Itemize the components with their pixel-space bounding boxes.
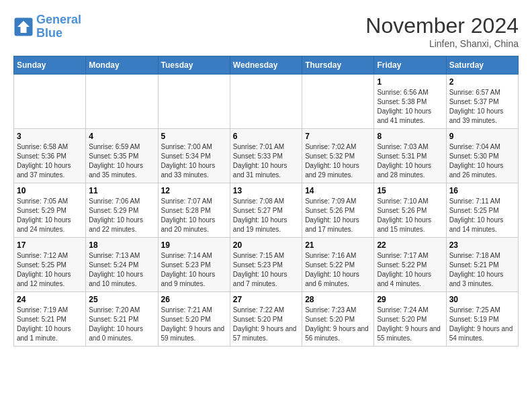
day-info: Sunrise: 7:04 AM Sunset: 5:30 PM Dayligh… [449, 142, 515, 180]
day-number: 5 [161, 132, 227, 141]
day-cell: 21Sunrise: 7:16 AM Sunset: 5:22 PM Dayli… [302, 238, 374, 292]
day-number: 29 [377, 295, 443, 304]
day-info: Sunrise: 7:20 AM Sunset: 5:21 PM Dayligh… [89, 306, 154, 343]
day-cell: 10Sunrise: 7:05 AM Sunset: 5:29 PM Dayli… [14, 183, 86, 238]
day-number: 28 [305, 295, 371, 304]
day-info: Sunrise: 7:02 AM Sunset: 5:32 PM Dayligh… [305, 142, 371, 180]
day-info: Sunrise: 7:08 AM Sunset: 5:27 PM Dayligh… [233, 197, 299, 234]
week-row-2: 3Sunrise: 6:58 AM Sunset: 5:36 PM Daylig… [14, 129, 519, 183]
day-info: Sunrise: 7:25 AM Sunset: 5:19 PM Dayligh… [449, 306, 515, 343]
day-number: 12 [161, 186, 227, 195]
day-cell: 23Sunrise: 7:18 AM Sunset: 5:21 PM Dayli… [446, 238, 518, 292]
day-number: 19 [161, 240, 227, 250]
day-number: 20 [233, 240, 299, 250]
day-number: 7 [305, 132, 371, 141]
day-info: Sunrise: 7:11 AM Sunset: 5:25 PM Dayligh… [449, 197, 515, 234]
day-info: Sunrise: 6:58 AM Sunset: 5:36 PM Dayligh… [17, 142, 83, 180]
day-number: 11 [89, 186, 154, 195]
week-row-5: 24Sunrise: 7:19 AM Sunset: 5:21 PM Dayli… [14, 292, 519, 347]
day-cell [302, 75, 374, 129]
day-number: 9 [449, 132, 515, 141]
day-info: Sunrise: 7:06 AM Sunset: 5:29 PM Dayligh… [89, 197, 154, 234]
weekday-header-thursday: Thursday [302, 56, 374, 75]
day-number: 6 [233, 132, 299, 141]
page-header: General Blue November 2024 Linfen, Shanx… [13, 13, 519, 49]
day-cell: 22Sunrise: 7:17 AM Sunset: 5:22 PM Dayli… [374, 238, 446, 292]
day-cell: 16Sunrise: 7:11 AM Sunset: 5:25 PM Dayli… [446, 183, 518, 238]
day-number: 15 [377, 186, 443, 195]
day-number: 18 [89, 240, 154, 250]
weekday-header-wednesday: Wednesday [230, 56, 302, 75]
day-number: 10 [17, 186, 83, 195]
day-info: Sunrise: 7:15 AM Sunset: 5:23 PM Dayligh… [233, 251, 299, 289]
day-number: 2 [449, 77, 515, 87]
location-subtitle: Linfen, Shanxi, China [365, 38, 519, 49]
month-title: November 2024 [365, 13, 519, 38]
day-number: 23 [449, 240, 515, 250]
day-cell [158, 75, 230, 129]
logo-icon [13, 17, 34, 37]
day-number: 26 [161, 295, 227, 304]
day-info: Sunrise: 7:16 AM Sunset: 5:22 PM Dayligh… [305, 251, 371, 289]
day-cell: 20Sunrise: 7:15 AM Sunset: 5:23 PM Dayli… [230, 238, 302, 292]
day-cell: 14Sunrise: 7:09 AM Sunset: 5:26 PM Dayli… [302, 183, 374, 238]
weekday-header-friday: Friday [374, 56, 446, 75]
day-cell: 29Sunrise: 7:24 AM Sunset: 5:20 PM Dayli… [374, 292, 446, 347]
day-cell: 7Sunrise: 7:02 AM Sunset: 5:32 PM Daylig… [302, 129, 374, 183]
day-cell: 6Sunrise: 7:01 AM Sunset: 5:33 PM Daylig… [230, 129, 302, 183]
day-cell: 13Sunrise: 7:08 AM Sunset: 5:27 PM Dayli… [230, 183, 302, 238]
calendar-table: SundayMondayTuesdayWednesdayThursdayFrid… [13, 56, 519, 347]
day-cell: 30Sunrise: 7:25 AM Sunset: 5:19 PM Dayli… [446, 292, 518, 347]
week-row-1: 1Sunrise: 6:56 AM Sunset: 5:38 PM Daylig… [14, 75, 519, 129]
weekday-header-row: SundayMondayTuesdayWednesdayThursdayFrid… [14, 56, 519, 75]
day-info: Sunrise: 7:18 AM Sunset: 5:21 PM Dayligh… [449, 251, 515, 289]
day-number: 3 [17, 132, 83, 141]
day-info: Sunrise: 7:03 AM Sunset: 5:31 PM Dayligh… [377, 142, 443, 180]
day-number: 4 [89, 132, 154, 141]
day-number: 14 [305, 186, 371, 195]
day-info: Sunrise: 7:00 AM Sunset: 5:34 PM Dayligh… [161, 142, 227, 180]
day-number: 16 [449, 186, 515, 195]
logo-text: General Blue [36, 13, 81, 40]
day-info: Sunrise: 7:22 AM Sunset: 5:20 PM Dayligh… [233, 306, 299, 343]
weekday-header-sunday: Sunday [14, 56, 86, 75]
day-info: Sunrise: 7:12 AM Sunset: 5:25 PM Dayligh… [17, 251, 83, 289]
day-cell: 2Sunrise: 6:57 AM Sunset: 5:37 PM Daylig… [446, 75, 518, 129]
day-cell: 25Sunrise: 7:20 AM Sunset: 5:21 PM Dayli… [86, 292, 158, 347]
week-row-3: 10Sunrise: 7:05 AM Sunset: 5:29 PM Dayli… [14, 183, 519, 238]
day-number: 27 [233, 295, 299, 304]
day-cell: 12Sunrise: 7:07 AM Sunset: 5:28 PM Dayli… [158, 183, 230, 238]
day-cell: 4Sunrise: 6:59 AM Sunset: 5:35 PM Daylig… [86, 129, 158, 183]
day-info: Sunrise: 7:09 AM Sunset: 5:26 PM Dayligh… [305, 197, 371, 234]
day-number: 25 [89, 295, 154, 304]
day-number: 1 [377, 77, 443, 87]
day-info: Sunrise: 6:59 AM Sunset: 5:35 PM Dayligh… [89, 142, 154, 180]
day-cell: 3Sunrise: 6:58 AM Sunset: 5:36 PM Daylig… [14, 129, 86, 183]
day-info: Sunrise: 7:23 AM Sunset: 5:20 PM Dayligh… [305, 306, 371, 343]
day-cell [230, 75, 302, 129]
day-cell: 28Sunrise: 7:23 AM Sunset: 5:20 PM Dayli… [302, 292, 374, 347]
day-cell: 17Sunrise: 7:12 AM Sunset: 5:25 PM Dayli… [14, 238, 86, 292]
day-info: Sunrise: 7:13 AM Sunset: 5:24 PM Dayligh… [89, 251, 154, 289]
day-number: 24 [17, 295, 83, 304]
day-info: Sunrise: 7:17 AM Sunset: 5:22 PM Dayligh… [377, 251, 443, 289]
day-number: 21 [305, 240, 371, 250]
day-cell: 1Sunrise: 6:56 AM Sunset: 5:38 PM Daylig… [374, 75, 446, 129]
day-info: Sunrise: 7:19 AM Sunset: 5:21 PM Dayligh… [17, 306, 83, 343]
day-info: Sunrise: 6:57 AM Sunset: 5:37 PM Dayligh… [449, 88, 515, 126]
day-info: Sunrise: 7:10 AM Sunset: 5:26 PM Dayligh… [377, 197, 443, 234]
day-cell: 18Sunrise: 7:13 AM Sunset: 5:24 PM Dayli… [86, 238, 158, 292]
logo: General Blue [13, 13, 81, 40]
day-number: 30 [449, 295, 515, 304]
day-cell: 9Sunrise: 7:04 AM Sunset: 5:30 PM Daylig… [446, 129, 518, 183]
day-number: 8 [377, 132, 443, 141]
day-cell [86, 75, 158, 129]
week-row-4: 17Sunrise: 7:12 AM Sunset: 5:25 PM Dayli… [14, 238, 519, 292]
weekday-header-monday: Monday [86, 56, 158, 75]
day-cell: 15Sunrise: 7:10 AM Sunset: 5:26 PM Dayli… [374, 183, 446, 238]
day-info: Sunrise: 7:07 AM Sunset: 5:28 PM Dayligh… [161, 197, 227, 234]
day-number: 13 [233, 186, 299, 195]
day-cell: 11Sunrise: 7:06 AM Sunset: 5:29 PM Dayli… [86, 183, 158, 238]
day-cell: 8Sunrise: 7:03 AM Sunset: 5:31 PM Daylig… [374, 129, 446, 183]
weekday-header-tuesday: Tuesday [158, 56, 230, 75]
